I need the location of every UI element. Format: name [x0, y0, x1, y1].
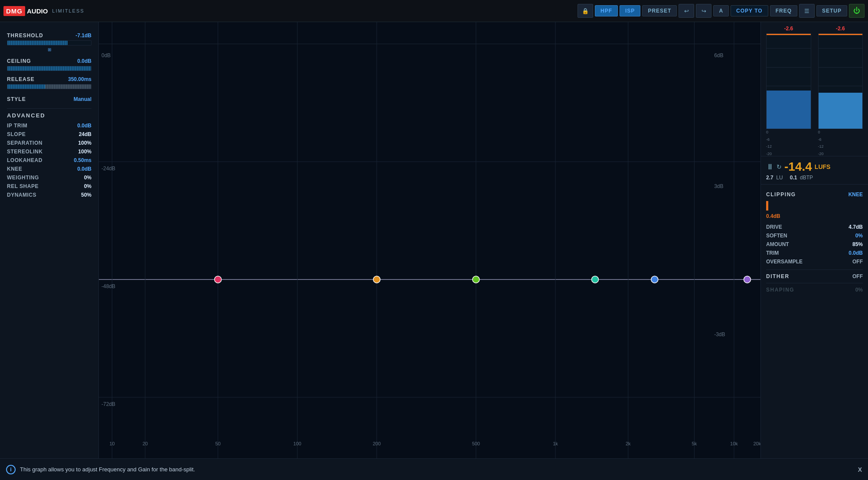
close-info-button[interactable]: X [858, 466, 862, 473]
separation-label: SEPARATION [7, 140, 42, 146]
svg-text:2k: 2k [626, 441, 631, 446]
dynamics-value: 50% [81, 192, 91, 198]
knee-row: KNEE 0.0dB [7, 165, 91, 173]
amount-value: 85% [852, 241, 863, 247]
knee-value: 0.0dB [77, 166, 91, 172]
svg-text:0dB: 0dB [101, 52, 111, 58]
style-label: STYLE [7, 96, 26, 102]
style-row: STYLE Manual [7, 96, 91, 102]
pause-icon[interactable]: ⏸ [766, 162, 774, 172]
stereolink-label: STEREOLINK [7, 149, 42, 155]
threshold-label: THRESHOLD [7, 32, 43, 39]
drive-value: 4.7dB [848, 224, 863, 230]
preset-button[interactable]: PRESET [642, 5, 677, 16]
weighting-row: WEIGHTING 0% [7, 173, 91, 182]
lookahead-label: LOOKAHEAD [7, 157, 42, 163]
isp-button[interactable]: ISP [620, 5, 640, 16]
stereolink-row: STEREOLINK 100% [7, 147, 91, 156]
dither-value: OFF [852, 273, 863, 279]
drive-row: DRIVE 4.7dB [766, 223, 863, 231]
ip-trim-label: IP TRIM [7, 123, 27, 129]
shaping-section: SHAPING 0% [766, 287, 863, 293]
hpf-button[interactable]: HPF [595, 5, 618, 16]
menu-icon[interactable]: ☰ [799, 4, 815, 18]
divider-1 [7, 108, 91, 109]
svg-text:200: 200 [373, 441, 381, 446]
svg-text:500: 500 [472, 441, 480, 446]
rel-shape-value: 0% [84, 183, 91, 189]
power-button[interactable]: ⏻ [849, 4, 865, 18]
svg-text:100: 100 [294, 441, 301, 446]
svg-text:-48dB: -48dB [101, 283, 115, 289]
separation-value: 100% [78, 140, 91, 146]
svg-text:-3dB: -3dB [714, 331, 725, 337]
weighting-value: 0% [84, 175, 91, 181]
threshold-value: -7.1dB [75, 32, 91, 39]
oversample-row: OVERSAMPLE OFF [766, 257, 863, 266]
a-button[interactable]: A [713, 5, 729, 16]
redo-icon[interactable]: ↪ [696, 4, 711, 18]
copy-to-button[interactable]: COPY TO [731, 5, 768, 16]
svg-text:-72dB: -72dB [101, 401, 115, 407]
svg-text:6dB: 6dB [714, 52, 723, 58]
lookahead-value: 0.50ms [74, 157, 91, 163]
svg-point-16 [215, 276, 222, 283]
loop-icon[interactable]: ↻ [777, 163, 782, 170]
undo-icon[interactable]: ↩ [679, 4, 694, 18]
svg-text:1k: 1k [553, 441, 558, 446]
oversample-label: OVERSAMPLE [766, 259, 803, 265]
svg-point-18 [473, 276, 480, 283]
right-params-panel: CLIPPING KNEE 0.4dB DRIVE 4.7dB SOFTEN 0… [761, 185, 868, 458]
shaping-value: 0% [855, 287, 863, 293]
amount-row: AMOUNT 85% [766, 240, 863, 249]
style-value: Manual [74, 96, 91, 102]
logo-dmg: DMG [3, 6, 25, 16]
clipping-indicator [766, 201, 768, 211]
lookahead-row: LOOKAHEAD 0.50ms [7, 156, 91, 165]
info-text: This graph allows you to adjust Frequenc… [20, 466, 854, 473]
dynamics-label: DYNAMICS [7, 192, 36, 198]
right-divider-2 [766, 283, 863, 283]
ceiling-label: CEILING [7, 58, 31, 64]
rel-shape-label: REL SHAPE [7, 183, 39, 189]
release-slider[interactable] [7, 84, 91, 89]
trim-value: 0.0dB [848, 250, 863, 256]
header-bar: DMG AUDIO LIMITLESS 🔒 HPF ISP PRESET ↩ ↪… [0, 0, 868, 22]
svg-text:-24dB: -24dB [101, 165, 115, 172]
trim-label: TRIM [766, 250, 779, 256]
svg-text:5k: 5k [692, 441, 697, 446]
release-value: 350.00ms [68, 76, 91, 82]
logo-audio: AUDIO [27, 7, 48, 15]
svg-text:20k: 20k [753, 441, 760, 446]
setup-button[interactable]: SETUP [816, 5, 847, 16]
soften-label: SOFTEN [766, 233, 787, 239]
logo-limitless: LIMITLESS [52, 8, 84, 13]
slope-row: SLOPE 24dB [7, 130, 91, 139]
stereolink-value: 100% [78, 149, 91, 155]
svg-text:50: 50 [215, 441, 221, 446]
ip-trim-row: IP TRIM 0.0dB [7, 121, 91, 130]
svg-text:10: 10 [109, 441, 114, 446]
ceiling-row: CEILING 0.0dB [7, 58, 91, 64]
freq-button[interactable]: FREQ [770, 5, 797, 16]
lock-icon[interactable]: 🔒 [578, 4, 593, 18]
left-peak-label: -2.6 [766, 26, 811, 32]
svg-point-17 [373, 276, 380, 283]
lufs-value: -14.4 [784, 160, 812, 174]
frequency-graph[interactable]: 0dB -24dB -48dB -72dB 6dB 3dB -3dB 10 20… [99, 22, 760, 458]
svg-point-20 [651, 276, 658, 283]
ceiling-slider[interactable] [7, 66, 91, 71]
svg-rect-0 [99, 22, 760, 458]
threshold-slider[interactable] [7, 40, 91, 45]
svg-text:10k: 10k [730, 441, 738, 446]
lu-display: 2.7 LU [766, 175, 783, 181]
release-row: RELEASE 350.00ms [7, 76, 91, 82]
svg-point-21 [744, 276, 751, 283]
trim-row: TRIM 0.0dB [766, 249, 863, 257]
left-panel: THRESHOLD -7.1dB ⊞ CEILING 0.0dB RELEASE… [0, 22, 99, 458]
meters-area: -2.6 0-6-12-20 -2.6 [761, 22, 868, 156]
main-content: THRESHOLD -7.1dB ⊞ CEILING 0.0dB RELEASE… [0, 22, 868, 458]
clipping-title: CLIPPING [766, 191, 796, 198]
svg-text:3dB: 3dB [714, 183, 723, 189]
soften-value: 0% [855, 233, 863, 239]
